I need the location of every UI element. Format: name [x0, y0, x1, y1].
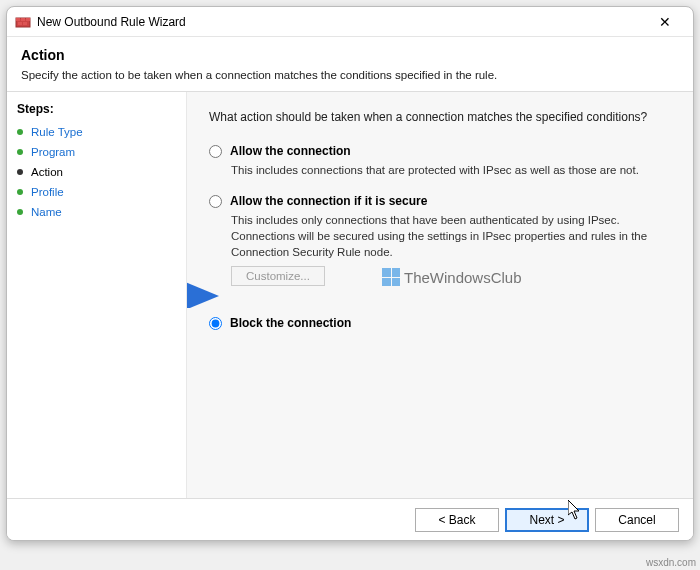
radio-allow-desc: This includes connections that are prote…: [231, 162, 671, 178]
steps-panel: Steps: Rule Type Program Action Profile …: [7, 92, 187, 498]
cancel-button[interactable]: Cancel: [595, 508, 679, 532]
step-label: Rule Type: [31, 126, 83, 138]
radio-block[interactable]: [209, 317, 222, 330]
svg-rect-2: [21, 18, 25, 21]
radio-allow-secure-row[interactable]: Allow the connection if it is secure: [209, 194, 671, 208]
step-rule-type[interactable]: Rule Type: [13, 122, 180, 142]
bullet-icon: [17, 209, 23, 215]
svg-rect-5: [23, 22, 27, 25]
step-label: Profile: [31, 186, 64, 198]
radio-block-row[interactable]: Block the connection: [209, 316, 671, 330]
content-panel: What action should be taken when a conne…: [187, 92, 693, 498]
option-allow-secure: Allow the connection if it is secure Thi…: [209, 194, 671, 286]
bullet-icon: [17, 169, 23, 175]
radio-allow[interactable]: [209, 145, 222, 158]
steps-title: Steps:: [13, 100, 180, 118]
close-button[interactable]: ✕: [645, 14, 685, 30]
radio-allow-secure[interactable]: [209, 195, 222, 208]
step-profile[interactable]: Profile: [13, 182, 180, 202]
step-label: Program: [31, 146, 75, 158]
radio-allow-secure-label: Allow the connection if it is secure: [230, 194, 427, 208]
firewall-icon: [15, 14, 31, 30]
step-name[interactable]: Name: [13, 202, 180, 222]
radio-allow-row[interactable]: Allow the connection: [209, 144, 671, 158]
step-label: Name: [31, 206, 62, 218]
back-button[interactable]: < Back: [415, 508, 499, 532]
radio-block-label: Block the connection: [230, 316, 351, 330]
page-title: Action: [21, 47, 679, 63]
source-label: wsxdn.com: [646, 557, 696, 568]
question-text: What action should be taken when a conne…: [209, 110, 671, 124]
radio-allow-secure-desc: This includes only connections that have…: [231, 212, 671, 260]
bullet-icon: [17, 129, 23, 135]
customize-button: Customize...: [231, 266, 325, 286]
step-program[interactable]: Program: [13, 142, 180, 162]
radio-allow-label: Allow the connection: [230, 144, 351, 158]
svg-rect-1: [16, 18, 20, 21]
wizard-body: Steps: Rule Type Program Action Profile …: [7, 92, 693, 498]
wizard-header: Action Specify the action to be taken wh…: [7, 37, 693, 91]
step-label: Action: [31, 166, 63, 178]
titlebar: New Outbound Rule Wizard ✕: [7, 7, 693, 37]
option-allow: Allow the connection This includes conne…: [209, 144, 671, 178]
window-title: New Outbound Rule Wizard: [37, 15, 645, 29]
wizard-footer: < Back Next > Cancel: [7, 498, 693, 540]
wizard-window: New Outbound Rule Wizard ✕ Action Specif…: [6, 6, 694, 541]
svg-rect-3: [26, 18, 30, 21]
bullet-icon: [17, 149, 23, 155]
page-subtitle: Specify the action to be taken when a co…: [21, 69, 679, 81]
bullet-icon: [17, 189, 23, 195]
step-action[interactable]: Action: [13, 162, 180, 182]
option-block: Block the connection: [209, 316, 671, 330]
next-button[interactable]: Next >: [505, 508, 589, 532]
svg-rect-4: [18, 22, 22, 25]
